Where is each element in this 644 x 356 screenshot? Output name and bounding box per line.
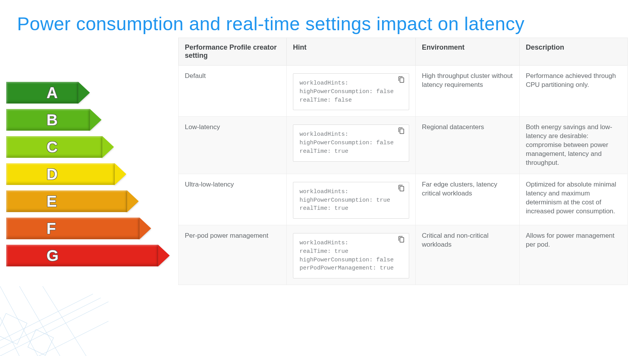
svg-line-3 <box>0 321 108 356</box>
arrow-letter: C <box>46 138 58 156</box>
table-row: Low-latencyworkloadHints: highPowerConsu… <box>179 117 628 174</box>
cell-description: Allows for power management per pod. <box>519 225 627 285</box>
arrow-letter: A <box>46 84 58 102</box>
rating-arrow-c: C <box>6 136 178 158</box>
cell-description: Performance achieved through CPU partiti… <box>519 66 627 117</box>
code-block: workloadHints: highPowerConsumption: tru… <box>293 182 409 219</box>
arrow-head-icon <box>139 218 151 239</box>
cell-description: Optimized for absolute minimal latency a… <box>519 174 627 225</box>
cell-environment: Critical and non-critical workloads <box>415 225 519 285</box>
svg-line-4 <box>0 286 31 356</box>
th-desc: Description <box>519 38 627 66</box>
table-row: DefaultworkloadHints: highPowerConsumpti… <box>179 66 628 117</box>
arrow-letter: F <box>46 220 56 237</box>
cell-environment: High throughput cluster without latency … <box>415 66 519 117</box>
svg-line-6 <box>19 286 74 356</box>
arrow-letter: D <box>46 166 58 183</box>
rating-arrow-d: D <box>6 163 178 185</box>
cell-hint: workloadHints: highPowerConsumption: tru… <box>287 174 416 225</box>
copy-icon[interactable] <box>398 76 405 83</box>
th-hint: Hint <box>287 38 416 66</box>
svg-line-7 <box>43 286 101 356</box>
arrow-letter: E <box>46 193 57 210</box>
code-text: workloadHints: highPowerConsumption: tru… <box>300 188 403 213</box>
svg-line-1 <box>0 298 101 356</box>
arrow-body <box>6 245 158 266</box>
cell-environment: Far edge clusters, latency critical work… <box>415 174 519 225</box>
page-title: Power consumption and real-time settings… <box>0 0 644 35</box>
rating-arrow-a: A <box>6 82 178 104</box>
arrow-letter: G <box>46 247 59 264</box>
code-block: workloadHints: highPowerConsumption: fal… <box>293 73 409 110</box>
code-text: workloadHints: highPowerConsumption: fal… <box>300 130 403 156</box>
svg-rect-9 <box>28 330 53 355</box>
code-block: workloadHints: highPowerConsumption: fal… <box>293 124 409 161</box>
cell-setting: Default <box>179 66 287 117</box>
arrow-body <box>6 82 78 104</box>
table-header-row: Performance Profile creator setting Hint… <box>179 38 628 66</box>
rating-arrow-b: B <box>6 109 178 131</box>
cell-hint: workloadHints: highPowerConsumption: fal… <box>287 117 416 174</box>
arrow-body <box>6 218 139 239</box>
svg-line-0 <box>0 302 108 356</box>
decorative-grid <box>0 286 108 356</box>
arrow-letter: B <box>46 111 58 129</box>
cell-description: Both energy savings and low-latency are … <box>519 117 627 174</box>
rating-arrow-e: E <box>6 190 178 212</box>
cell-setting: Per-pod power management <box>179 225 287 285</box>
table-row: Ultra-low-latencyworkloadHints: highPowe… <box>179 174 628 225</box>
svg-line-2 <box>0 294 93 348</box>
cell-hint: workloadHints: realTime: true highPowerC… <box>287 225 416 285</box>
cell-hint: workloadHints: highPowerConsumption: fal… <box>287 66 416 117</box>
arrow-head-icon <box>158 245 170 266</box>
th-setting: Performance Profile creator setting <box>179 38 287 66</box>
slide: Power consumption and real-time settings… <box>0 0 644 356</box>
settings-table: Performance Profile creator setting Hint… <box>178 38 628 285</box>
arrow-body <box>6 163 115 185</box>
svg-line-5 <box>0 286 50 356</box>
code-text: workloadHints: highPowerConsumption: fal… <box>300 79 403 104</box>
arrow-head-icon <box>127 190 139 212</box>
content-row: ABCDEFG Performance Profile creator sett… <box>0 38 644 285</box>
code-text: workloadHints: realTime: true highPowerC… <box>300 239 403 273</box>
cell-setting: Ultra-low-latency <box>179 174 287 225</box>
copy-icon[interactable] <box>398 185 405 192</box>
th-env: Environment <box>415 38 519 66</box>
cell-setting: Low-latency <box>179 117 287 174</box>
arrow-head-icon <box>90 109 102 131</box>
copy-icon[interactable] <box>398 236 405 243</box>
energy-rating-graphic: ABCDEFG <box>0 38 178 272</box>
arrow-head-icon <box>115 163 126 185</box>
svg-rect-8 <box>0 313 27 344</box>
arrow-head-icon <box>78 82 90 104</box>
copy-icon[interactable] <box>398 127 405 134</box>
table-row: Per-pod power managementworkloadHints: r… <box>179 225 628 285</box>
cell-environment: Regional datacenters <box>415 117 519 174</box>
rating-arrow-f: F <box>6 218 178 239</box>
code-block: workloadHints: realTime: true highPowerC… <box>293 233 409 278</box>
arrow-body <box>6 190 127 212</box>
arrow-head-icon <box>102 136 114 158</box>
rating-arrow-g: G <box>6 245 178 266</box>
